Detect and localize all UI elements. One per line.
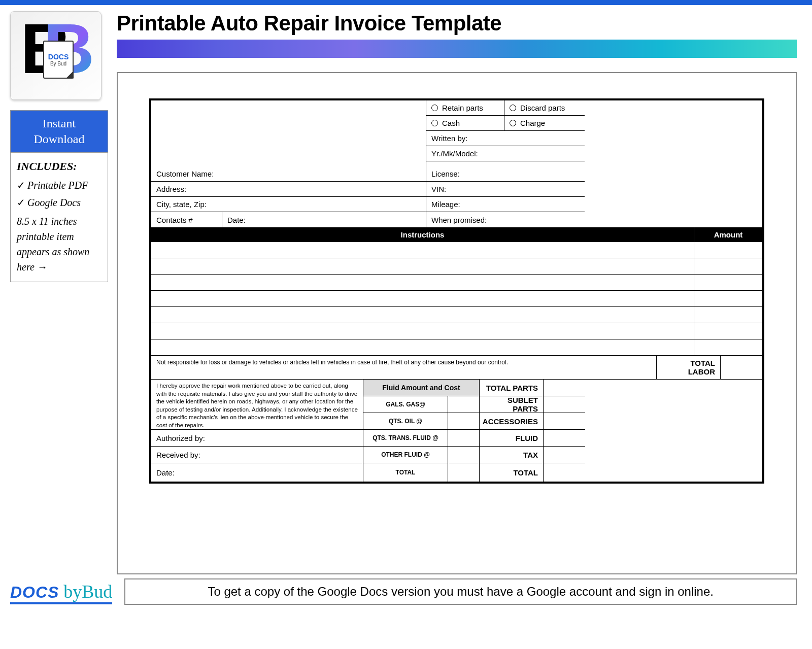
field-received-by: Received by:: [151, 447, 363, 463]
header-instructions: Instructions: [151, 227, 694, 242]
brand-logo: B B DOCS By Bud: [10, 11, 101, 100]
field-license: License:: [426, 166, 585, 182]
sublet-parts-value: [544, 396, 585, 413]
top-accent-bar: [0, 0, 812, 5]
field-mileage: Mileage:: [426, 197, 585, 212]
fluid-oil-label: QTS. OIL @: [363, 413, 448, 430]
document-preview: Retain parts Discard parts Cash Charge W…: [117, 72, 797, 574]
field-date-bottom: Date:: [151, 463, 363, 482]
option-charge: Charge: [504, 116, 585, 131]
fluid-trans-label: QTS. TRANS. FLUID @: [363, 430, 448, 447]
field-written-by: Written by:: [426, 131, 585, 146]
fluid-total-row-value: [448, 463, 480, 482]
fluid-header: Fluid Amount and Cost: [363, 380, 480, 396]
invoice-table: Retain parts Discard parts Cash Charge W…: [149, 98, 764, 484]
total-parts-label: TOTAL PARTS: [480, 380, 544, 396]
includes-note: 8.5 x 11 inches printable item appears a…: [17, 214, 101, 275]
field-city-state-zip: City, state, Zip:: [151, 197, 426, 212]
header-amount: Amount: [694, 227, 762, 242]
fluid-total-row-label: TOTAL: [363, 463, 448, 482]
sublet-parts-label: SUBLET PARTS: [480, 396, 544, 413]
includes-box: INCLUDES: ✓Printable PDF ✓Google Docs 8.…: [10, 152, 108, 282]
instruction-line: [151, 323, 762, 339]
total-labor-label: TOTAL LABOR: [657, 356, 721, 380]
main-area: B B DOCS By Bud Instant Download INCLUDE…: [0, 5, 812, 574]
section-header: Instructions Amount: [151, 227, 762, 242]
option-retain: Retain parts: [426, 100, 504, 116]
radio-icon: [510, 105, 516, 111]
instruction-line: [151, 242, 762, 258]
content-area: Printable Auto Repair Invoice Template R…: [109, 11, 812, 574]
footer-logo-docs: DOCS: [10, 583, 59, 601]
footer: DOCS byBud To get a copy of the Google D…: [0, 574, 812, 605]
accessories-label: ACCESSORIES: [480, 413, 544, 430]
fluid-gas-label: GALS. GAS@: [363, 396, 448, 413]
disclaimer-text: Not responsible for loss or damage to ve…: [151, 356, 657, 380]
instruction-line: [151, 258, 762, 275]
instant-download-badge: Instant Download: [10, 110, 108, 152]
gradient-bar: [117, 40, 797, 58]
radio-icon: [431, 120, 438, 126]
field-customer-name: Customer Name:: [151, 166, 426, 182]
footer-logo: DOCS byBud: [10, 581, 112, 602]
check-icon: ✓: [17, 197, 25, 208]
field-date-top: Date:: [222, 212, 426, 227]
instant-line1: Instant: [11, 116, 108, 131]
fluid-gas-value: [448, 396, 480, 413]
fluid-total-label: FLUID: [480, 430, 544, 447]
fluid-oil-value: [448, 413, 480, 430]
approval-text: I hereby approve the repair work mention…: [151, 380, 363, 430]
instruction-line: [151, 291, 762, 307]
footer-logo-bybud: byBud: [63, 582, 112, 602]
accessories-value: [544, 413, 585, 430]
grand-total-value: [544, 463, 585, 482]
fluid-total-value: [544, 430, 585, 447]
includes-item-pdf: ✓Printable PDF: [17, 179, 101, 191]
sidebar: B B DOCS By Bud Instant Download INCLUDE…: [10, 11, 109, 574]
instant-line2: Download: [11, 131, 108, 147]
check-icon: ✓: [17, 180, 25, 191]
logo-bybud-text: By Bud: [50, 61, 66, 66]
radio-icon: [510, 120, 516, 126]
tax-value: [544, 447, 585, 463]
includes-item-gdocs: ✓Google Docs: [17, 196, 101, 209]
field-when-promised: When promised:: [426, 212, 585, 227]
radio-icon: [431, 105, 438, 111]
field-yr-mk-model: Yr./Mk/Model:: [426, 146, 585, 161]
field-address: Address:: [151, 182, 426, 197]
instruction-line: [151, 307, 762, 323]
page-title: Printable Auto Repair Invoice Template: [117, 11, 797, 36]
total-parts-value: [544, 380, 585, 396]
footer-note: To get a copy of the Google Docs version…: [124, 578, 797, 605]
includes-heading: INCLUDES:: [17, 160, 101, 173]
field-authorized-by: Authorized by:: [151, 430, 363, 447]
logo-doc-icon: DOCS By Bud: [43, 41, 74, 79]
instruction-line: [151, 339, 762, 356]
field-vin: VIN:: [426, 182, 585, 197]
total-labor-value: [721, 356, 762, 380]
grand-total-label: TOTAL: [480, 463, 544, 482]
logo-docs-text: DOCS: [48, 53, 69, 61]
tax-label: TAX: [480, 447, 544, 463]
option-cash: Cash: [426, 116, 504, 131]
fluid-other-label: OTHER FLUID @: [363, 447, 448, 463]
option-discard: Discard parts: [504, 100, 585, 116]
fluid-trans-value: [448, 430, 480, 447]
instruction-line: [151, 275, 762, 291]
fluid-other-value: [448, 447, 480, 463]
field-contacts: Contacts #: [151, 212, 222, 227]
shop-info-area: [151, 100, 426, 166]
